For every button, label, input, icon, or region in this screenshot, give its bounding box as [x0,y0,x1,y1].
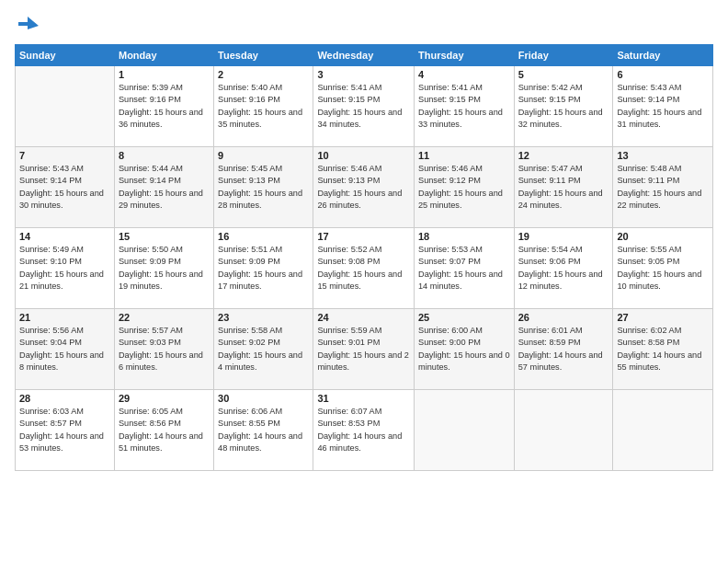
weekday-header-monday: Monday [114,45,213,66]
day-number: 15 [119,231,210,242]
calendar-cell [415,390,515,471]
day-number: 22 [119,312,210,323]
calendar-cell: 11Sunrise: 5:46 AMSunset: 9:12 PMDayligh… [415,147,515,228]
calendar-cell: 8Sunrise: 5:44 AMSunset: 9:14 PMDaylight… [114,147,213,228]
calendar-cell: 18Sunrise: 5:53 AMSunset: 9:07 PMDayligh… [415,228,515,309]
day-info: Sunrise: 6:03 AMSunset: 8:57 PMDaylight:… [19,406,110,454]
day-number: 13 [617,150,709,161]
calendar-cell: 25Sunrise: 6:00 AMSunset: 9:00 PMDayligh… [415,309,515,390]
day-number: 4 [418,69,510,80]
day-info: Sunrise: 5:47 AMSunset: 9:11 PMDaylight:… [518,163,609,212]
calendar-cell: 2Sunrise: 5:40 AMSunset: 9:16 PMDaylight… [214,66,313,147]
day-info: Sunrise: 6:07 AMSunset: 8:53 PMDaylight:… [317,406,410,454]
day-number: 23 [218,312,309,323]
calendar-cell: 31Sunrise: 6:07 AMSunset: 8:53 PMDayligh… [313,390,415,471]
day-number: 10 [317,150,410,161]
day-number: 2 [218,69,309,80]
day-info: Sunrise: 5:58 AMSunset: 9:02 PMDaylight:… [218,325,309,373]
day-number: 16 [218,231,309,242]
day-info: Sunrise: 5:51 AMSunset: 9:09 PMDaylight:… [218,244,309,293]
calendar-cell: 13Sunrise: 5:48 AMSunset: 9:11 PMDayligh… [613,147,713,228]
day-number: 9 [218,150,309,161]
day-info: Sunrise: 6:02 AMSunset: 8:58 PMDaylight:… [617,325,709,373]
weekday-header-thursday: Thursday [415,45,515,66]
day-number: 14 [19,231,110,242]
logo-icon [15,13,40,39]
day-number: 20 [617,231,709,242]
calendar-cell: 29Sunrise: 6:05 AMSunset: 8:56 PMDayligh… [114,390,213,471]
logo [15,13,44,39]
calendar-cell: 16Sunrise: 5:51 AMSunset: 9:09 PMDayligh… [214,228,313,309]
calendar-cell: 15Sunrise: 5:50 AMSunset: 9:09 PMDayligh… [114,228,213,309]
calendar-cell: 19Sunrise: 5:54 AMSunset: 9:06 PMDayligh… [514,228,613,309]
day-number: 11 [418,150,510,161]
calendar-cell: 5Sunrise: 5:42 AMSunset: 9:15 PMDaylight… [514,66,613,147]
day-number: 25 [418,312,510,323]
day-number: 7 [19,150,110,161]
day-info: Sunrise: 5:53 AMSunset: 9:07 PMDaylight:… [418,244,510,293]
calendar-cell: 27Sunrise: 6:02 AMSunset: 8:58 PMDayligh… [613,309,713,390]
calendar-week-5: 28Sunrise: 6:03 AMSunset: 8:57 PMDayligh… [16,390,713,471]
day-number: 31 [317,393,410,404]
calendar-week-2: 7Sunrise: 5:43 AMSunset: 9:14 PMDaylight… [16,147,713,228]
day-number: 30 [218,393,309,404]
day-info: Sunrise: 5:57 AMSunset: 9:03 PMDaylight:… [119,325,210,373]
day-info: Sunrise: 5:40 AMSunset: 9:16 PMDaylight:… [218,82,309,131]
calendar-week-4: 21Sunrise: 5:56 AMSunset: 9:04 PMDayligh… [16,309,713,390]
day-info: Sunrise: 5:41 AMSunset: 9:15 PMDaylight:… [418,82,510,131]
calendar-cell [514,390,613,471]
day-number: 1 [119,69,210,80]
calendar-cell: 17Sunrise: 5:52 AMSunset: 9:08 PMDayligh… [313,228,415,309]
day-info: Sunrise: 6:05 AMSunset: 8:56 PMDaylight:… [119,406,210,454]
day-info: Sunrise: 5:56 AMSunset: 9:04 PMDaylight:… [19,325,110,373]
day-info: Sunrise: 5:43 AMSunset: 9:14 PMDaylight:… [617,82,709,131]
day-info: Sunrise: 5:39 AMSunset: 9:16 PMDaylight:… [119,82,210,131]
day-number: 28 [19,393,110,404]
day-info: Sunrise: 5:49 AMSunset: 9:10 PMDaylight:… [19,244,110,293]
header [15,9,713,39]
day-number: 26 [518,312,609,323]
calendar-table: SundayMondayTuesdayWednesdayThursdayFrid… [15,44,713,471]
calendar-cell: 3Sunrise: 5:41 AMSunset: 9:15 PMDaylight… [313,66,415,147]
calendar-cell [613,390,713,471]
day-info: Sunrise: 5:45 AMSunset: 9:13 PMDaylight:… [218,163,309,212]
weekday-header-saturday: Saturday [613,45,713,66]
day-number: 19 [518,231,609,242]
calendar-cell: 14Sunrise: 5:49 AMSunset: 9:10 PMDayligh… [16,228,115,309]
day-info: Sunrise: 6:06 AMSunset: 8:55 PMDaylight:… [218,406,309,454]
day-info: Sunrise: 5:52 AMSunset: 9:08 PMDaylight:… [317,244,410,293]
day-number: 24 [317,312,410,323]
weekday-header-tuesday: Tuesday [214,45,313,66]
calendar-cell: 30Sunrise: 6:06 AMSunset: 8:55 PMDayligh… [214,390,313,471]
calendar-cell: 6Sunrise: 5:43 AMSunset: 9:14 PMDaylight… [613,66,713,147]
day-number: 29 [119,393,210,404]
day-info: Sunrise: 6:01 AMSunset: 8:59 PMDaylight:… [518,325,609,373]
day-number: 27 [617,312,709,323]
calendar-cell: 21Sunrise: 5:56 AMSunset: 9:04 PMDayligh… [16,309,115,390]
day-info: Sunrise: 6:00 AMSunset: 9:00 PMDaylight:… [418,325,510,373]
day-info: Sunrise: 5:59 AMSunset: 9:01 PMDaylight:… [317,325,410,373]
calendar-cell: 9Sunrise: 5:45 AMSunset: 9:13 PMDaylight… [214,147,313,228]
day-info: Sunrise: 5:55 AMSunset: 9:05 PMDaylight:… [617,244,709,293]
calendar-week-3: 14Sunrise: 5:49 AMSunset: 9:10 PMDayligh… [16,228,713,309]
day-info: Sunrise: 5:50 AMSunset: 9:09 PMDaylight:… [119,244,210,293]
calendar-cell: 10Sunrise: 5:46 AMSunset: 9:13 PMDayligh… [313,147,415,228]
day-info: Sunrise: 5:44 AMSunset: 9:14 PMDaylight:… [119,163,210,212]
day-number: 18 [418,231,510,242]
calendar-cell: 24Sunrise: 5:59 AMSunset: 9:01 PMDayligh… [313,309,415,390]
day-number: 3 [317,69,410,80]
day-info: Sunrise: 5:54 AMSunset: 9:06 PMDaylight:… [518,244,609,293]
day-info: Sunrise: 5:42 AMSunset: 9:15 PMDaylight:… [518,82,609,131]
calendar-cell [16,66,115,147]
calendar-cell: 12Sunrise: 5:47 AMSunset: 9:11 PMDayligh… [514,147,613,228]
weekday-header-friday: Friday [514,45,613,66]
weekday-header-sunday: Sunday [16,45,115,66]
day-info: Sunrise: 5:48 AMSunset: 9:11 PMDaylight:… [617,163,709,212]
day-number: 17 [317,231,410,242]
day-number: 6 [617,69,709,80]
calendar-cell: 20Sunrise: 5:55 AMSunset: 9:05 PMDayligh… [613,228,713,309]
calendar-week-1: 1Sunrise: 5:39 AMSunset: 9:16 PMDaylight… [16,66,713,147]
day-info: Sunrise: 5:46 AMSunset: 9:12 PMDaylight:… [418,163,510,212]
calendar-page: SundayMondayTuesdayWednesdayThursdayFrid… [0,0,728,563]
calendar-cell: 1Sunrise: 5:39 AMSunset: 9:16 PMDaylight… [114,66,213,147]
